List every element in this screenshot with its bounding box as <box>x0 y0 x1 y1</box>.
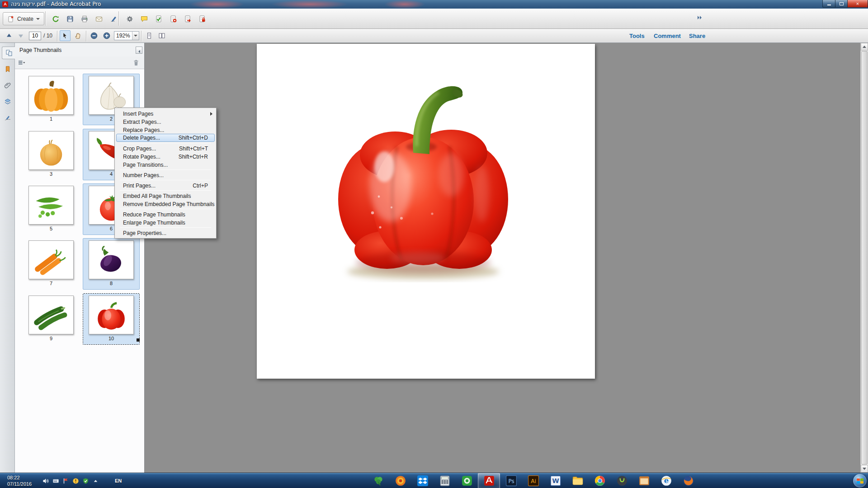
taskbar-acrobat-button[interactable] <box>478 473 500 488</box>
menu-item-label: Number Pages... <box>123 172 164 178</box>
volume-icon[interactable] <box>42 477 50 485</box>
wallpaper-glow <box>384 0 425 9</box>
menu-item-page-transitions[interactable]: Page Transitions... <box>116 160 215 169</box>
menu-item-extract-pages[interactable]: Extract Pages... <box>116 117 215 126</box>
menu-item-rotate-pages[interactable]: Rotate Pages...Shift+Ctrl+R <box>116 152 215 160</box>
scroll-down-button[interactable] <box>861 465 868 473</box>
menu-item-reduce-page-thumbnails[interactable]: Reduce Page Thumbnails <box>116 210 215 218</box>
nav-rail <box>0 43 15 473</box>
taskbar-clover-button[interactable] <box>367 473 389 488</box>
export-button[interactable] <box>181 12 194 25</box>
taskbar-word-button[interactable]: W <box>544 473 566 488</box>
red-pepper-thumbnail-image <box>89 296 134 334</box>
page-thumbnail-7[interactable]: 7 <box>23 238 80 290</box>
start-button[interactable] <box>853 474 867 488</box>
taskbar-calculator-button[interactable] <box>434 473 456 488</box>
comment-pane-button[interactable]: Comment <box>654 29 681 43</box>
menu-item-crop-pages[interactable]: Crop Pages...Shift+Ctrl+T <box>116 144 215 152</box>
carrots-thumbnail-image <box>28 240 74 279</box>
thumbnail-options-button[interactable] <box>18 59 33 67</box>
minimize-button[interactable] <box>822 0 835 8</box>
print-button[interactable] <box>78 12 91 25</box>
gear-button[interactable] <box>123 12 136 25</box>
toolbar-separator <box>141 31 142 42</box>
thumbnail-resize-handle[interactable] <box>137 338 140 342</box>
menu-item-page-properties[interactable]: Page Properties... <box>116 229 215 237</box>
scrollbar-thumb[interactable] <box>861 51 868 465</box>
scroll-up-button[interactable] <box>861 43 868 51</box>
previous-page-button[interactable] <box>4 30 14 41</box>
secure-button[interactable] <box>195 12 208 25</box>
menu-item-label: Replace Pages... <box>123 127 164 133</box>
menu-separator <box>120 143 211 143</box>
menu-item-label: Delete Pages... <box>123 135 160 141</box>
zoom-level-select[interactable]: 192% <box>114 31 139 40</box>
show-hidden-icon[interactable] <box>91 477 99 485</box>
nav-page-thumbnails-button[interactable] <box>2 47 15 59</box>
tools-pane-button[interactable]: Tools <box>629 29 645 43</box>
comment-button[interactable] <box>137 12 151 25</box>
menu-item-insert-pages[interactable]: Insert Pages <box>116 109 215 117</box>
taskbar-explorer-button[interactable] <box>566 473 589 488</box>
taskbar-green-app-button[interactable] <box>456 473 478 488</box>
two-page-view-button[interactable] <box>156 30 167 41</box>
taskbar-illustrator-button[interactable]: Ai <box>522 473 544 488</box>
create-button[interactable]: Create <box>3 12 44 25</box>
language-indicator[interactable]: EN <box>112 473 124 488</box>
options-icon <box>18 59 25 66</box>
collapse-panel-button[interactable] <box>136 47 142 54</box>
open-icon <box>52 15 59 23</box>
taskbar-photoshop-button[interactable]: Ps <box>500 473 522 488</box>
save-button[interactable] <box>63 12 76 25</box>
open-button[interactable] <box>49 12 62 25</box>
keyboard-layout-icon[interactable] <box>52 477 60 485</box>
approve-button[interactable] <box>152 12 165 25</box>
menu-item-remove-embedded-page-thumbnails[interactable]: Remove Embedded Page Thumbnails <box>116 200 215 208</box>
next-page-button[interactable] <box>15 30 26 41</box>
taskbar-clock[interactable]: 08:22 07/11/2016 <box>7 474 32 487</box>
share-pane-button[interactable]: Share <box>689 29 705 43</box>
page-number-input[interactable] <box>29 32 41 40</box>
hand-tool-icon <box>74 32 81 39</box>
sign-button[interactable] <box>107 12 120 25</box>
menu-item-embed-all-page-thumbnails[interactable]: Embed All Page Thumbnails <box>116 192 215 200</box>
menu-item-number-pages[interactable]: Number Pages... <box>116 171 215 179</box>
taskbar-file-manager-button[interactable] <box>633 473 655 488</box>
taskbar-utorrent-button[interactable] <box>611 473 633 488</box>
antivirus-icon[interactable] <box>81 477 90 485</box>
menu-item-replace-pages[interactable]: Replace Pages... <box>116 126 215 134</box>
menu-item-enlarge-page-thumbnails[interactable]: Enlarge Page Thumbnails <box>116 218 215 226</box>
select-tool-button[interactable] <box>60 30 71 41</box>
page-thumbnail-8[interactable]: 8 <box>83 238 140 290</box>
close-button[interactable]: × <box>848 0 868 8</box>
page-thumbnail-9[interactable]: 9 <box>23 293 80 345</box>
flag-icon[interactable] <box>61 477 70 485</box>
customize-toolbar-icon[interactable] <box>696 14 703 21</box>
hand-tool-button[interactable] <box>72 30 83 41</box>
updates-icon[interactable] <box>71 477 80 485</box>
delete-pages-button[interactable] <box>131 58 141 68</box>
page-thumbnail-1[interactable]: 1 <box>23 74 80 125</box>
page-thumbnail-10[interactable]: 10 <box>83 293 140 345</box>
nav-attachments-button[interactable] <box>1 79 14 92</box>
maximize-button[interactable] <box>835 0 848 8</box>
nav-bookmarks-button[interactable] <box>1 63 14 75</box>
email-button[interactable] <box>92 12 105 25</box>
taskbar-internet-explorer-button[interactable]: e <box>655 473 677 488</box>
menu-item-print-pages[interactable]: Print Pages...Ctrl+P <box>116 181 215 189</box>
taskbar-firefox-button[interactable] <box>677 473 699 488</box>
nav-signatures-button[interactable] <box>1 112 14 124</box>
taskbar-chrome-button[interactable] <box>589 473 611 488</box>
zoom-dropdown-arrow[interactable] <box>132 32 139 40</box>
combine-button[interactable] <box>166 12 179 25</box>
page-thumbnail-5[interactable]: 5 <box>23 183 80 235</box>
page-thumbnail-3[interactable]: 3 <box>23 129 80 180</box>
vertical-scrollbar[interactable] <box>860 43 868 473</box>
menu-item-label: Remove Embedded Page Thumbnails <box>123 201 215 207</box>
nav-layers-button[interactable] <box>1 95 14 108</box>
fit-page-button[interactable] <box>144 30 155 41</box>
zoom-out-button[interactable] <box>89 30 99 41</box>
menu-item-delete-pages[interactable]: Delete Pages...Shift+Ctrl+D <box>116 134 215 142</box>
taskbar-dropbox-button[interactable] <box>411 473 434 488</box>
taskbar-media-app-button[interactable] <box>389 473 411 488</box>
